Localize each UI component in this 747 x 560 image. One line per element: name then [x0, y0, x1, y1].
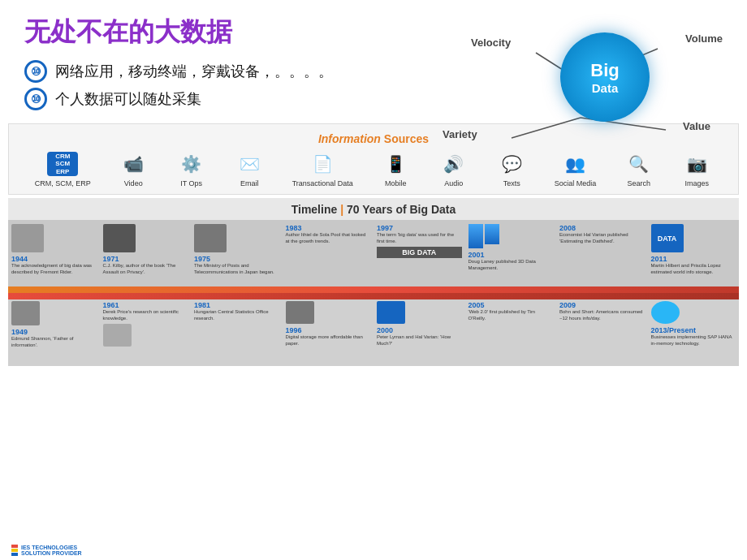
bigdata-circle: Big Data [560, 32, 650, 122]
source-mobile: 📱 Mobile [380, 152, 411, 187]
year-2001: 2001 [468, 251, 554, 259]
logo-box-red [11, 545, 18, 548]
timeline-2009: 2009 Bohn and Short: Americans consumed … [556, 293, 648, 366]
text-2001: Doug Laney published 3D Data Management. [468, 259, 554, 272]
img-1971 [103, 224, 136, 252]
source-itops: ⚙️ IT Ops [176, 152, 207, 187]
text-1949: Edmund Shannon, 'Father of information'. [11, 336, 97, 349]
timeline-section: Timeline | 70 Years of Big Data 1944 The… [8, 198, 739, 366]
text-1975: The Ministry of Posts and Telecommunicat… [194, 263, 279, 276]
timeline-part2: 70 Years of Big Data [347, 203, 456, 216]
transactional-label: Transactional Data [292, 179, 353, 187]
year-1997: 1997 [377, 224, 462, 232]
timeline-part1: Timeline [291, 203, 338, 216]
itops-icon: ⚙️ [176, 152, 207, 176]
email-label: Email [240, 179, 259, 187]
source-transactional: 📄 Transactional Data [292, 152, 353, 187]
text-1997: The term 'big data' was used for the fir… [377, 232, 462, 245]
velocity-label: Velocity [471, 37, 511, 49]
timeline-lower: 1949 Edmund Shannon, 'Father of informat… [8, 293, 739, 366]
timeline-1949: 1949 Edmund Shannon, 'Father of informat… [8, 293, 100, 366]
timeline-2000: 2000 Peter Lyman and Hal Varian: 'How Mu… [374, 293, 465, 366]
timeline-1983: 1983 Author Ithiel de Sola Pool that loo… [283, 220, 374, 293]
itops-label: IT Ops [180, 179, 202, 187]
year-1996: 1996 [286, 326, 371, 334]
text-1961: Derek Price's research on scientific kno… [103, 309, 188, 322]
timeline-upper: 1944 The acknowledgment of big data was … [8, 220, 739, 293]
img-1949 [11, 301, 40, 325]
text-1996: Digital storage more affordable than pap… [286, 334, 371, 347]
text-1981: Hungarian Central Statistics Office rese… [194, 309, 279, 322]
logo-box-blue [11, 553, 18, 556]
year-1961: 1961 [103, 301, 188, 309]
variety-label: Variety [443, 128, 477, 140]
timeline-1975: 1975 The Ministry of Posts and Telecommu… [191, 220, 283, 293]
source-video: 📹 Video [118, 152, 149, 187]
bullet-text-1: 网络应用，移动终端，穿戴设备，。。。。 [55, 62, 333, 81]
chart-bar-1 [468, 224, 483, 248]
source-email: ✉️ Email [234, 152, 265, 187]
logo-text: IES TECHNOLOGIES SOLUTION PROVIDER [21, 545, 82, 557]
transactional-icon: 📄 [307, 152, 338, 176]
img-1975 [194, 224, 227, 252]
source-crm: CRMSCMERP CRM, SCM, ERP [35, 152, 91, 187]
video-label: Video [124, 179, 143, 187]
img-2000 [377, 301, 405, 324]
img-1961 [103, 324, 132, 347]
chart-bar-2 [485, 224, 499, 244]
year-1975: 1975 [194, 255, 279, 263]
crm-icon: CRMSCMERP [47, 152, 78, 176]
timeline-1961: 1961 Derek Price's research on scientifi… [100, 293, 192, 366]
img-2011: DATA [651, 224, 684, 252]
img-1944 [11, 224, 44, 252]
year-2008: 2008 [559, 224, 645, 232]
timeline-header: Timeline | 70 Years of Big Data [8, 203, 739, 220]
timeline-1971: 1971 C.J. Kilby, author of the book 'The… [100, 220, 192, 293]
timeline-2005: 2005 'Web 2.0' first published by Tim O'… [465, 293, 557, 366]
top-section: 无处不在的大数据 ⑩ 网络应用，移动终端，穿戴设备，。。。。 ⑩ 个人数据可以随… [0, 0, 747, 123]
timeline-1996: 1996 Digital storage more affordable tha… [283, 293, 374, 366]
year-1971: 1971 [103, 255, 188, 263]
text-2000: Peter Lyman and Hal Varian: 'How Much?' [377, 334, 462, 347]
value-label: Value [683, 120, 710, 132]
email-icon: ✉️ [234, 152, 265, 176]
logo-boxes [11, 545, 18, 556]
timeline-2013: 2013/Present Businesses implementing SAP… [648, 293, 740, 366]
year-1944: 1944 [11, 255, 97, 263]
text-2011: Martin Hilbert and Priscila Lopez estima… [651, 263, 736, 276]
bigdata-data: Data [592, 81, 619, 95]
year-2009: 2009 [559, 301, 645, 309]
text-2009: Bohn and Short: Americans consumed ~12 h… [559, 309, 645, 322]
info-title-italic: Information [318, 132, 381, 145]
logo-box-yellow [11, 549, 18, 552]
logo-tagline: SOLUTION PROVIDER [21, 550, 82, 557]
mobile-label: Mobile [385, 179, 407, 187]
crm-label: CRM, SCM, ERP [35, 179, 91, 187]
img-1996 [286, 301, 314, 324]
year-2000: 2000 [377, 326, 462, 334]
bullet-text-2: 个人数据可以随处采集 [55, 89, 201, 109]
text-1983: Author Ithiel de Sola Pool that looked a… [286, 232, 371, 245]
text-2013: Businesses implementing SAP HANA in-memo… [651, 334, 736, 347]
bullet-icon-2: ⑩ [24, 88, 47, 110]
text-2005: 'Web 2.0' first published by Tim O'Reill… [468, 309, 554, 322]
text-2008: Economist Hal Varian published 'Estimati… [559, 232, 645, 245]
timeline-2008: 2008 Economist Hal Varian published 'Est… [556, 220, 648, 293]
volume-label: Volume [685, 32, 723, 45]
footer-logo: IES TECHNOLOGIES SOLUTION PROVIDER [11, 545, 82, 557]
year-2011: 2011 [651, 255, 736, 263]
year-2005: 2005 [468, 301, 554, 309]
text-1971: C.J. Kilby, author of the book 'The Assa… [103, 263, 188, 276]
bullet-icon-1: ⑩ [24, 60, 47, 83]
timeline-divider: | [340, 203, 347, 216]
year-1983: 1983 [286, 224, 371, 232]
timeline-2001: 2001 Doug Laney published 3D Data Manage… [465, 220, 557, 293]
year-1949: 1949 [11, 328, 97, 336]
bigdata-diagram: Velocity Volume Variety Value Big Data [422, 8, 731, 195]
bigdata-big: Big [590, 60, 619, 81]
timeline-1981: 1981 Hungarian Central Statistics Office… [191, 293, 283, 366]
year-2013: 2013/Present [651, 326, 736, 334]
svg-line-2 [512, 118, 581, 138]
img-2013 [651, 301, 680, 324]
year-1981: 1981 [194, 301, 279, 309]
